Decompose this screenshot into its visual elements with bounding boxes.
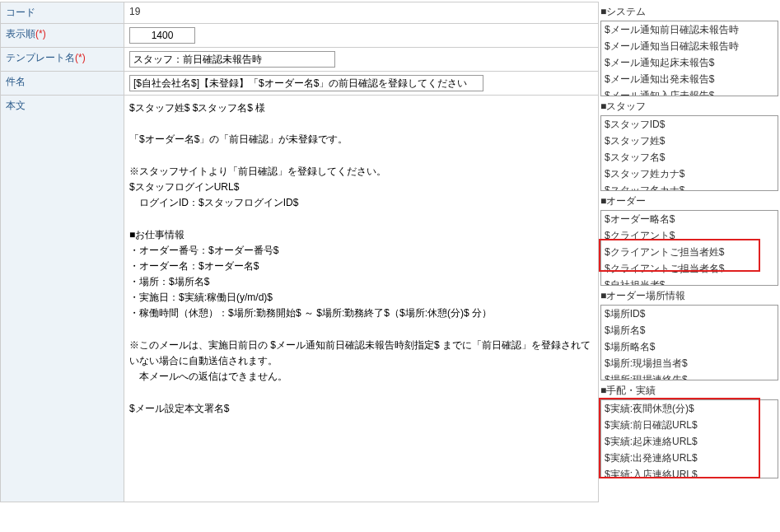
list-item[interactable]: $スタッフ姓カナ$ (601, 166, 778, 182)
listbox-order[interactable]: $オーダー略名$ $クライアント$ $クライアントご担当者姓$ $クライアントご… (600, 210, 778, 286)
list-item[interactable]: $実績:夜間休憩(分)$ (601, 400, 778, 417)
list-item[interactable]: $実績:出発連絡URL$ (601, 450, 778, 466)
list-item[interactable]: $オーダー略名$ (601, 211, 778, 227)
listbox-system[interactable]: $メール通知前日確認未報告時 $メール通知当日確認未報告時 $メール通知起床未報… (600, 21, 778, 96)
code-label: コード (1, 2, 124, 24)
section-system-title: ■システム (600, 3, 778, 21)
body-textarea[interactable] (124, 96, 598, 499)
list-item[interactable]: $クライアント$ (601, 227, 778, 244)
order-label: 表示順 (6, 28, 35, 40)
section-staff-title: ■スタッフ (600, 98, 778, 115)
order-required: (*) (35, 28, 46, 40)
template-name-input[interactable] (129, 51, 335, 68)
list-item[interactable]: $スタッフ名$ (601, 149, 778, 166)
list-item[interactable]: $スタッフ姓$ (601, 133, 778, 149)
list-item[interactable]: $場所:現場担当者$ (601, 355, 778, 371)
section-order-location-title: ■オーダー場所情報 (600, 287, 778, 305)
list-item[interactable]: $クライアントご担当者名$ (601, 260, 778, 277)
subject-label: 件名 (1, 72, 124, 96)
list-item[interactable]: $場所:現場連絡先$ (601, 371, 778, 380)
list-item[interactable]: $メール通知当日確認未報告時 (601, 38, 778, 54)
display-order-input[interactable] (129, 27, 195, 44)
list-item[interactable]: $スタッフID$ (601, 116, 778, 133)
template-name-label: テンプレート名 (6, 52, 75, 63)
list-item[interactable]: $メール通知出発未報告$ (601, 71, 778, 87)
template-name-label-cell: テンプレート名(*) (1, 48, 124, 72)
list-item[interactable]: $実績:前日確認URL$ (601, 417, 778, 433)
list-item[interactable]: $自社担当者$ (601, 277, 778, 286)
list-item[interactable]: $メール通知前日確認未報告時 (601, 21, 778, 38)
template-form: コード 19 表示順(*) テンプレート名(*) 件名 (0, 2, 599, 502)
template-name-required: (*) (75, 52, 86, 63)
list-item[interactable]: $実績:起床連絡URL$ (601, 433, 778, 450)
list-item[interactable]: $メール通知入店未報告$ (601, 87, 778, 96)
section-order-title: ■オーダー (600, 193, 778, 210)
section-results-title: ■手配・実績 (600, 382, 778, 399)
list-item[interactable]: $メール通知起床未報告$ (601, 54, 778, 71)
body-label: 本文 (1, 96, 124, 502)
code-value: 19 (124, 2, 599, 24)
listbox-results[interactable]: $実績:夜間休憩(分)$ $実績:前日確認URL$ $実績:起床連絡URL$ $… (600, 399, 778, 478)
listbox-staff[interactable]: $スタッフID$ $スタッフ姓$ $スタッフ名$ $スタッフ姓カナ$ $スタッフ… (600, 115, 778, 191)
list-item[interactable]: $場所ID$ (601, 306, 778, 322)
order-label-cell: 表示順(*) (1, 24, 124, 48)
list-item[interactable]: $クライアントご担当者姓$ (601, 244, 778, 260)
list-item[interactable]: $場所略名$ (601, 338, 778, 355)
subject-input[interactable] (129, 75, 483, 91)
placeholder-panel: ■システム $メール通知前日確認未報告時 $メール通知当日確認未報告時 $メール… (599, 0, 780, 532)
listbox-order-location[interactable]: $場所ID$ $場所名$ $場所略名$ $場所:現場担当者$ $場所:現場連絡先… (600, 305, 778, 380)
list-item[interactable]: $場所名$ (601, 322, 778, 338)
list-item[interactable]: $実績:入店連絡URL$ (601, 466, 778, 478)
list-item[interactable]: $スタッフ名カナ$ (601, 182, 778, 191)
